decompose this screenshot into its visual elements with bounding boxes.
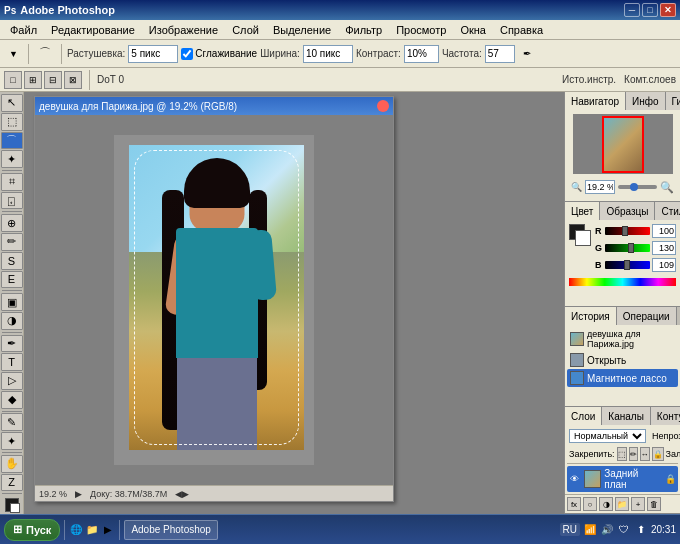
selection-add[interactable]: ⊞ [24,71,42,89]
close-button[interactable]: ✕ [660,3,676,17]
tool-move[interactable]: ↖ [1,94,23,112]
lasso-tool-icon[interactable]: ⌒ [34,43,56,65]
g-bar-container[interactable] [605,244,650,252]
start-button[interactable]: ⊞ Пуск [4,519,60,541]
tool-shape[interactable]: ◆ [1,391,23,409]
lang-indicator[interactable]: RU [560,523,580,536]
feather-input[interactable] [128,45,178,63]
selection-inter[interactable]: ⊠ [64,71,82,89]
tab-layers[interactable]: Слои [565,407,602,425]
tool-select-rect[interactable]: ⬚ [1,113,23,131]
layer-group-btn[interactable]: 📁 [615,497,629,511]
width-input[interactable] [303,45,353,63]
nav-zoom-input[interactable] [585,180,615,194]
menu-file[interactable]: Файл [4,22,43,38]
tool-type[interactable]: T [1,353,23,371]
g-value-input[interactable] [652,241,676,255]
lock-position-btn[interactable]: ↔ [640,447,650,461]
tab-info[interactable]: Инфо [626,92,666,110]
freq-input[interactable] [485,45,515,63]
layer-mask-btn[interactable]: ○ [583,497,597,511]
layer-visibility-eye[interactable]: 👁 [569,473,581,485]
taskbar-photoshop[interactable]: Adobe Photoshop [124,520,218,540]
tool-magic-wand[interactable]: ✦ [1,150,23,168]
layer-styles-btn[interactable]: fx [567,497,581,511]
menu-view[interactable]: Просмотр [390,22,452,38]
tool-eyedrop[interactable]: ✦ [1,432,23,450]
layer-item-background[interactable]: 👁 Задний план 🔒 [567,466,678,492]
nav-preview-border [602,116,644,173]
history-label: Исто.инстр. [562,74,616,85]
volume-icon[interactable]: 🔊 [600,523,614,537]
b-value-input[interactable] [652,258,676,272]
tool-lasso[interactable]: ⌒ [1,132,23,150]
layer-adj-btn[interactable]: ◑ [599,497,613,511]
tool-gradient[interactable]: ▣ [1,293,23,311]
history-item-openop[interactable]: Открыть [567,351,678,369]
b-label: B [595,260,603,270]
tab-histogram[interactable]: Гисто. [666,92,680,110]
history-item-maglasso[interactable]: Магнитное лассо [567,369,678,387]
b-bar-container[interactable] [605,261,650,269]
menu-edit[interactable]: Редактирование [45,22,141,38]
tab-actions[interactable]: Операции [617,307,677,325]
start-label: Пуск [26,524,51,536]
doc-canvas[interactable] [35,115,393,485]
history-item-open[interactable]: девушка для Парижа.jpg [567,327,678,351]
layers-blend-mode[interactable]: Нормальный [569,429,646,443]
layer-delete-btn[interactable]: 🗑 [647,497,661,511]
contrast-input[interactable] [404,45,439,63]
menu-help[interactable]: Справка [494,22,549,38]
tool-pen[interactable]: ✒ [1,335,23,353]
tab-channels[interactable]: Каналы [602,407,651,425]
r-value-input[interactable] [652,224,676,238]
doc-close-btn[interactable] [377,100,389,112]
maximize-button[interactable]: □ [642,3,658,17]
tool-sep-2 [2,211,22,212]
menu-layer[interactable]: Слой [226,22,265,38]
stylus-btn[interactable]: ✒ [518,43,536,65]
tool-path-select[interactable]: ▷ [1,372,23,390]
selection-sub[interactable]: ⊟ [44,71,62,89]
tool-clone[interactable]: S [1,252,23,270]
tab-history[interactable]: История [565,307,617,325]
tab-color[interactable]: Цвет [565,202,600,220]
nav-zoom-slider[interactable] [618,185,657,189]
tab-navigator[interactable]: Навигатор [565,92,626,110]
tool-preset-picker[interactable]: ▼ [4,43,23,65]
tool-brush[interactable]: ✏ [1,233,23,251]
tab-swatches[interactable]: Образцы [600,202,655,220]
lock-all-btn[interactable]: 🔒 [652,447,664,461]
tool-dodge[interactable]: ◑ [1,312,23,330]
navigator-panel: Навигатор Инфо Гисто. 🔍 🔍 [565,92,680,202]
tool-heal[interactable]: ⊕ [1,214,23,232]
lock-transparent-btn[interactable]: ⬚ [617,447,627,461]
menu-image[interactable]: Изображение [143,22,224,38]
menu-select[interactable]: Выделение [267,22,337,38]
layers-bottom-bar: fx ○ ◑ 📁 + 🗑 [565,494,680,513]
quicklaunch-folder[interactable]: 📁 [85,523,99,537]
smooth-checkbox[interactable] [181,48,193,60]
minimize-button[interactable]: ─ [624,3,640,17]
tool-crop[interactable]: ⌗ [1,173,23,191]
tool-hand[interactable]: ✋ [1,455,23,473]
menu-window[interactable]: Окна [454,22,492,38]
menu-filter[interactable]: Фильтр [339,22,388,38]
quicklaunch-media[interactable]: ▶ [101,523,115,537]
tool-notes[interactable]: ✎ [1,413,23,431]
tab-paths[interactable]: Контуры [651,407,680,425]
foreground-color[interactable] [5,498,19,512]
bg-color-swatch[interactable] [575,230,591,246]
layer-new-btn[interactable]: + [631,497,645,511]
toolbar-separator-1 [28,44,29,64]
tool-slice[interactable]: ⌺ [1,192,23,210]
r-bar-container[interactable] [605,227,650,235]
tool-zoom[interactable]: Z [1,474,23,492]
tab-styles[interactable]: Стили [655,202,680,220]
quicklaunch-ie[interactable]: 🌐 [69,523,83,537]
tool-eraser[interactable]: E [1,271,23,289]
lock-pixels-btn[interactable]: ✏ [629,447,638,461]
color-spectrum[interactable] [569,278,676,286]
photo-image [129,145,304,450]
selection-new[interactable]: □ [4,71,22,89]
